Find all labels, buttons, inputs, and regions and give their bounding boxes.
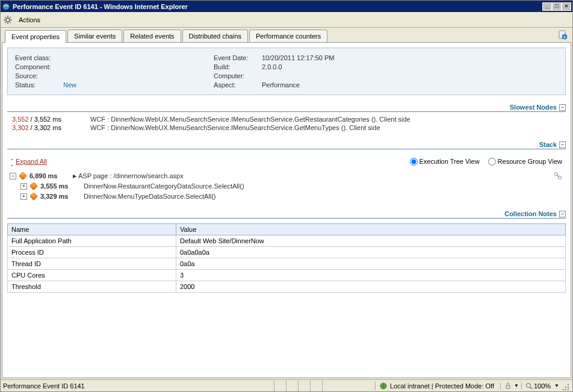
help-icon[interactable]: i [558,30,568,40]
col-value-header: Value [176,224,566,235]
stack-title: Stack [539,141,557,148]
collapse-icon[interactable]: − [559,211,566,217]
svg-point-13 [555,173,558,176]
svg-line-9 [10,17,11,18]
stack-tree: − 6,890 ms ▶ASP page : /dinnernow/search… [7,171,566,201]
node-icon [29,182,38,190]
source-label: Source: [15,72,63,79]
expand-chevron-icon: ⌄⌄ [10,155,14,167]
svg-rect-21 [565,387,566,388]
svg-point-18 [526,383,530,387]
svg-point-1 [6,18,10,22]
magnifier-icon [525,382,533,390]
table-row: Threshold2000 [8,281,566,293]
info-box: Event class: Component: Source: Status:N… [7,48,566,95]
svg-rect-20 [568,384,569,385]
stack-header: Stack − [7,141,566,149]
tabbar: Event properties Similar events Related … [2,29,571,42]
component-label: Component: [15,63,63,70]
link-icon[interactable] [554,172,562,180]
security-dropdown[interactable]: ▼ [500,382,519,390]
svg-line-19 [530,387,532,389]
svg-line-15 [557,175,559,176]
tree-time: 3,555 ms [40,182,84,190]
tree-row[interactable]: + 3,555 ms DinnerNow.RestaurantCategoryD… [10,181,566,191]
tab-distributed-chains[interactable]: Distributed chains [182,30,248,42]
event-date-label: Event Date: [214,54,262,61]
tree-label: ▶ASP page : /dinnernow/search.aspx [73,172,184,179]
tree-time: 6,890 ms [29,172,73,179]
node-icon [19,172,27,180]
collapse-icon[interactable]: − [559,142,566,148]
aspect-label: Aspect: [214,81,262,89]
actions-menu[interactable]: Actions [15,14,44,26]
expand-all-link[interactable]: Expand All [16,158,47,165]
tree-toggle-expand[interactable]: + [20,193,27,200]
event-date-value: 10/20/2011 12:17:50 PM [262,54,334,61]
slowest-desc: WCF : DinnerNow.WebUX.MenuSearchService.… [90,124,380,131]
status-value[interactable]: New [63,81,76,89]
svg-rect-22 [568,387,569,388]
slowest-row: 3,302 / 3,302 ms WCF : DinnerNow.WebUX.M… [7,124,566,131]
window-title: Performance Event ID 6141 - Windows Inte… [13,3,542,10]
svg-line-8 [5,22,6,23]
tab-event-properties[interactable]: Event properties [5,30,66,43]
tab-similar-events[interactable]: Similar events [67,30,122,42]
slowest-time: 3,302 / 3,302 ms [12,124,90,131]
table-row: Thread ID0a0a [8,258,566,270]
collapse-icon[interactable]: − [559,104,566,111]
slowest-nodes-header: Slowest Nodes − [7,104,566,112]
gear-icon [3,15,13,25]
tree-toggle-collapse[interactable]: − [10,173,16,179]
node-icon [29,192,38,201]
svg-rect-17 [506,385,510,388]
tree-row[interactable]: − 6,890 ms ▶ASP page : /dinnernow/search… [10,171,566,181]
slowest-time: 3,552 / 3,552 ms [12,116,90,123]
resource-group-view-radio[interactable]: Resource Group View [488,158,562,166]
window: Performance Event ID 6141 - Windows Inte… [0,0,573,392]
svg-rect-25 [568,389,569,390]
arrow-icon: ▶ [73,173,76,179]
tab-performance-counters[interactable]: Performance counters [249,30,327,42]
svg-point-14 [559,176,562,179]
status-text: Performance Event ID 6141 [3,382,274,390]
close-button[interactable]: × [562,2,571,11]
titlebar: Performance Event ID 6141 - Windows Inte… [1,1,572,12]
collection-notes-header: Collection Notes − [7,210,566,219]
zoom-control[interactable]: 100% ▼ [521,382,559,390]
build-label: Build: [214,63,262,70]
table-row: Full Application PathDefault Web Site/Di… [8,235,566,247]
exec-tree-view-radio[interactable]: Execution Tree View [410,158,480,166]
slowest-desc: WCF : DinnerNow.WebUX.MenuSearchService.… [90,116,410,123]
tree-row[interactable]: + 3,329 ms DinnerNow.MenuTypeDataSource.… [10,191,566,201]
event-class-label: Event class: [15,54,63,61]
minimize-button[interactable]: _ [542,2,552,11]
collection-notes-title: Collection Notes [504,210,557,217]
panel: Event class: Component: Source: Status:N… [2,42,571,378]
tab-related-events[interactable]: Related events [123,30,181,42]
tree-toggle-expand[interactable]: + [20,183,27,190]
tree-label: DinnerNow.MenuTypeDataSource.SelectAll() [84,193,216,200]
statusbar: Performance Event ID 6141 Local intranet… [1,379,572,391]
content-area: Event properties Similar events Related … [1,28,572,379]
slowest-row: 3,552 / 3,552 ms WCF : DinnerNow.WebUX.M… [7,116,566,123]
build-value: 2.0.0.0 [262,63,282,70]
table-row: Process ID0a0a0a0a [8,247,566,258]
slowest-nodes-title: Slowest Nodes [510,104,557,111]
tree-time: 3,329 ms [40,193,84,200]
lock-icon [504,382,512,390]
ie-icon [2,2,10,11]
col-name-header: Name [8,224,176,235]
status-cells [274,381,334,391]
aspect-value: Performance [262,81,300,89]
computer-label: Computer: [214,72,262,79]
resize-grip[interactable] [562,383,570,391]
svg-line-6 [5,17,6,18]
maximize-button[interactable]: □ [552,2,562,11]
svg-line-7 [10,22,11,23]
menubar: Actions [1,12,572,28]
globe-icon [379,382,388,390]
security-zone: Local intranet | Protected Mode: Off [375,382,494,390]
svg-rect-23 [563,389,564,390]
stack-controls: ⌄⌄ Expand All Execution Tree View Resour… [7,153,566,171]
